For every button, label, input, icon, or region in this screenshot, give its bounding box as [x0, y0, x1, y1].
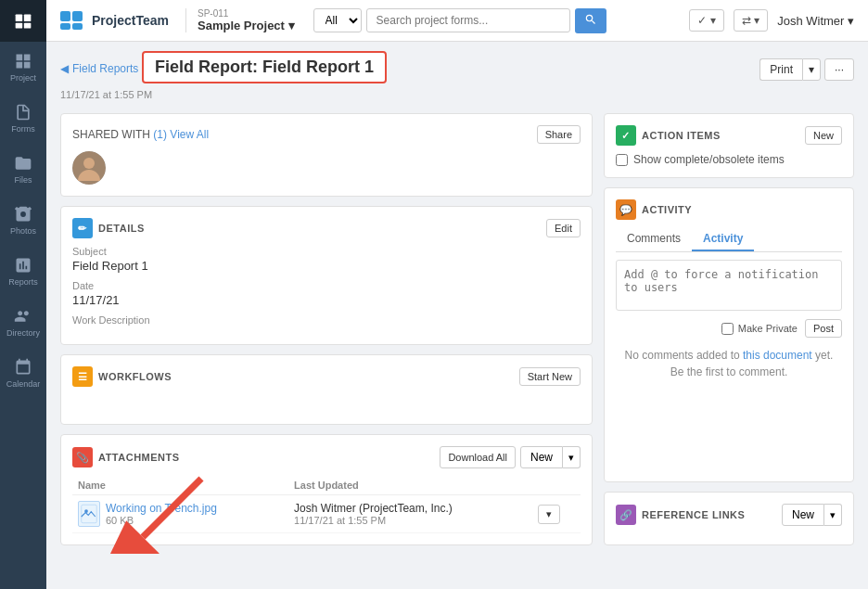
shared-with-header: SHARED WITH (1) View All Share — [72, 125, 581, 144]
no-comments-text: No comments added to this document yet.B… — [616, 338, 842, 390]
page-subtitle: 11/17/21 at 1:55 PM — [60, 89, 387, 100]
make-private-checkbox[interactable] — [721, 323, 734, 335]
back-link[interactable]: ◀ Field Reports — [60, 62, 138, 75]
show-complete-checkbox[interactable] — [616, 154, 628, 166]
attachments-card: 📎 ATTACHMENTS Download All New ▾ — [60, 434, 593, 545]
comment-input[interactable] — [616, 260, 842, 311]
sidebar-item-label: Calendar — [6, 379, 41, 389]
activity-title: 💬 ACTIVITY — [616, 199, 692, 220]
user-avatar — [72, 151, 106, 185]
attachments-actions: Download All New ▾ — [440, 446, 581, 468]
col-name: Name — [72, 476, 288, 495]
search-input[interactable] — [366, 8, 570, 32]
sidebar-logo — [0, 0, 46, 42]
forms-icon — [14, 103, 32, 122]
topnav-brand: ProjectTeam — [60, 11, 169, 30]
svg-rect-6 — [60, 23, 70, 30]
sidebar-item-directory[interactable]: Directory — [0, 297, 46, 348]
topnav-project: SP-011 Sample Project ▾ — [185, 8, 295, 32]
topnav: ProjectTeam SP-011 Sample Project ▾ All … — [46, 0, 868, 42]
tab-comments[interactable]: Comments — [616, 227, 692, 251]
file-updated-by: Josh Witmer (ProjectTeam, Inc.) — [294, 502, 527, 515]
sidebar-item-label: Directory — [6, 328, 40, 338]
date-value: 11/17/21 — [72, 293, 581, 307]
edit-button[interactable]: Edit — [546, 219, 581, 237]
shared-with-card: SHARED WITH (1) View All Share — [60, 113, 593, 197]
sidebar-item-label: Photos — [10, 226, 36, 236]
files-icon — [14, 154, 32, 173]
details-header: ✏ DETAILS Edit — [72, 218, 581, 238]
sidebar-item-label: Forms — [11, 124, 35, 134]
details-card: ✏ DETAILS Edit Subject Field Report 1 Da… — [60, 206, 593, 345]
page-title: Field Report: Field Report 1 — [155, 58, 374, 77]
left-column: SHARED WITH (1) View All Share — [60, 113, 593, 545]
two-col-layout: SHARED WITH (1) View All Share — [60, 113, 854, 545]
file-name-link[interactable]: Working on Trench.jpg — [106, 502, 217, 515]
download-all-button[interactable]: Download All — [440, 446, 516, 468]
file-type-icon — [78, 501, 100, 527]
details-title: ✏ DETAILS — [72, 218, 145, 238]
project-id: SP-011 — [198, 8, 295, 19]
activity-card: 💬 ACTIVITY Comments Activity Make Privat… — [604, 187, 854, 482]
reference-links-new-dropdown[interactable]: ▾ — [824, 504, 842, 526]
calendar-icon — [14, 358, 32, 377]
workflows-card: ☰ WORKFLOWS Start New — [60, 354, 593, 425]
image-file-icon — [81, 504, 97, 524]
activity-icon-badge: 💬 — [616, 199, 636, 220]
print-dropdown-btn[interactable]: ▾ — [802, 58, 821, 81]
action-items-card: ✓ ACTION ITEMS New Show complete/obsolet… — [604, 113, 854, 178]
show-complete-row: Show complete/obsolete items — [616, 153, 842, 166]
reference-links-title: 🔗 REFERENCE LINKS — [616, 505, 745, 525]
file-action-button[interactable]: ▾ — [538, 505, 560, 524]
show-complete-label: Show complete/obsolete items — [633, 153, 785, 166]
subject-value: Field Report 1 — [72, 259, 581, 273]
reference-links-new-btn[interactable]: New — [782, 504, 824, 526]
sidebar-item-forms[interactable]: Forms — [0, 93, 46, 144]
reference-links-new-group: New ▾ — [782, 504, 842, 526]
user-name[interactable]: Josh Witmer ▾ — [777, 14, 854, 28]
shuffle-icon-btn[interactable]: ⇄ ▾ — [734, 9, 768, 32]
reference-links-icon-badge: 🔗 — [616, 505, 636, 525]
action-items-new-btn[interactable]: New — [805, 126, 842, 145]
details-icon-badge: ✏ — [72, 218, 93, 238]
svg-rect-7 — [72, 23, 83, 30]
directory-icon — [14, 307, 32, 326]
search-area: All — [313, 8, 606, 33]
file-cell: Working on Trench.jpg 60 KB — [78, 501, 283, 527]
reference-links-header: 🔗 REFERENCE LINKS New ▾ — [616, 504, 842, 526]
project-name[interactable]: Sample Project ▾ — [198, 19, 295, 32]
topnav-right: ✓ ▾ ⇄ ▾ Josh Witmer ▾ — [689, 9, 854, 32]
page-title-box: Field Report: Field Report 1 — [142, 51, 387, 83]
new-attachment-dropdown[interactable]: ▾ — [563, 446, 581, 468]
svg-rect-2 — [16, 22, 23, 28]
sidebar-item-calendar[interactable]: Calendar — [0, 348, 46, 399]
svg-rect-3 — [24, 22, 32, 28]
this-doc-link[interactable]: this document — [743, 349, 812, 362]
post-button[interactable]: Post — [805, 319, 842, 338]
activity-tabs: Comments Activity — [616, 227, 842, 252]
sidebar-item-reports[interactable]: Reports — [0, 246, 46, 297]
start-new-button[interactable]: Start New — [519, 367, 581, 386]
search-button[interactable] — [575, 8, 606, 33]
share-button[interactable]: Share — [537, 125, 581, 144]
check-icon-btn[interactable]: ✓ ▾ — [689, 9, 723, 32]
work-desc-field: Work Description — [72, 314, 581, 326]
search-filter-dropdown[interactable]: All — [313, 8, 362, 32]
photos-icon — [14, 205, 32, 224]
sidebar-item-photos[interactable]: Photos — [0, 195, 46, 246]
new-attachment-group: New ▾ — [520, 446, 581, 468]
avatar-icon — [72, 151, 106, 185]
reports-icon — [14, 256, 32, 275]
more-options-btn[interactable]: ··· — [824, 58, 854, 81]
tab-activity[interactable]: Activity — [692, 227, 754, 251]
view-all-link[interactable]: (1) View All — [153, 128, 209, 141]
make-private-label: Make Private — [721, 323, 798, 335]
page-actions: Print ▾ ··· — [760, 58, 854, 81]
activity-header: 💬 ACTIVITY — [616, 199, 842, 220]
print-button[interactable]: Print — [760, 58, 802, 81]
sidebar-item-files[interactable]: Files — [0, 144, 46, 195]
sidebar-item-project[interactable]: Project — [0, 42, 46, 93]
new-attachment-button[interactable]: New — [520, 446, 563, 468]
action-items-title: ✓ ACTION ITEMS — [616, 125, 721, 146]
sidebar-item-label: Project — [10, 73, 36, 83]
